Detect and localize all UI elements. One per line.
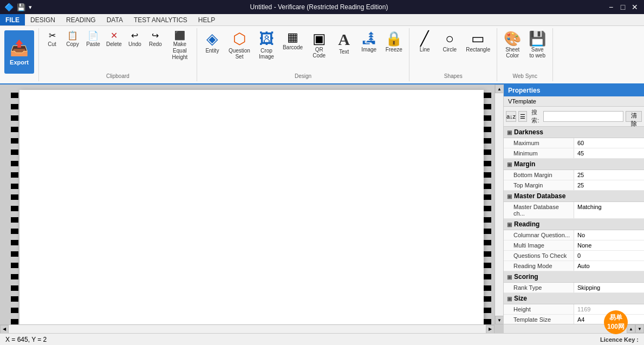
make-equal-height-button[interactable]: ⬛ Make Equal Height bbox=[166, 29, 193, 62]
equal-height-icon: ⬛ bbox=[174, 30, 185, 41]
props-scroll-down[interactable]: ▼ bbox=[635, 324, 644, 333]
sort-az-button[interactable]: a↓z bbox=[506, 111, 516, 122]
prop-value-minimum[interactable]: 45 bbox=[574, 148, 644, 158]
search-input[interactable] bbox=[543, 111, 623, 122]
redo-button[interactable]: ↪ Redo bbox=[146, 29, 165, 48]
menu-reading[interactable]: READING bbox=[61, 14, 101, 25]
qr-code-button[interactable]: ▣ QRCode bbox=[307, 29, 331, 61]
reg-mark bbox=[11, 115, 18, 121]
menu-data[interactable]: DATA bbox=[101, 14, 128, 25]
cut-icon: ✂ bbox=[49, 30, 56, 41]
scroll-right-arrow[interactable]: ▶ bbox=[486, 325, 495, 334]
prop-row-rank-type: Rank Type Skipping bbox=[504, 283, 644, 293]
prop-name-minimum: Minimum bbox=[504, 148, 574, 158]
scroll-track-v[interactable] bbox=[495, 93, 503, 316]
circle-button[interactable]: ○ Circle bbox=[438, 29, 461, 55]
rectangle-button[interactable]: ▭ Rectangle bbox=[463, 29, 493, 55]
text-button[interactable]: A Text bbox=[332, 29, 356, 57]
licence-key-label: Licence Key : bbox=[600, 336, 639, 343]
undo-button[interactable]: ↩ Undo bbox=[125, 29, 145, 48]
prop-row-bottom-margin: Bottom Margin 25 bbox=[504, 170, 644, 180]
paste-button[interactable]: 📄 Paste bbox=[83, 29, 103, 48]
question-set-button[interactable]: ⬡ QuestionSet bbox=[225, 29, 253, 62]
menu-file[interactable]: FILE bbox=[0, 14, 25, 25]
prop-value-template-size[interactable]: A4 bbox=[574, 315, 644, 324]
prop-value-reading-mode[interactable]: Auto bbox=[574, 261, 644, 271]
crop-image-button[interactable]: 🖼 CropImage bbox=[255, 29, 278, 62]
menu-design[interactable]: DESIGN bbox=[25, 14, 61, 25]
section-margin-label: Margin bbox=[514, 160, 535, 168]
clipboard-label: Clipboard bbox=[106, 73, 129, 80]
copy-icon: 📋 bbox=[67, 30, 78, 41]
window-controls: − □ ✕ bbox=[606, 2, 640, 12]
reg-mark bbox=[11, 240, 18, 245]
menu-test-analytics[interactable]: TEST ANALYTICS bbox=[128, 14, 193, 25]
section-darkness[interactable]: ▣ Darkness bbox=[504, 127, 644, 138]
section-master-database[interactable]: ▣ Master Database bbox=[504, 191, 644, 202]
menu-help[interactable]: HELP bbox=[193, 14, 220, 25]
prop-value-top-margin[interactable]: 25 bbox=[574, 180, 644, 190]
prop-row-maximum: Maximum 60 bbox=[504, 138, 644, 148]
delete-button[interactable]: ✕ Delete bbox=[104, 29, 124, 48]
props-scroll-up[interactable]: ▲ bbox=[627, 324, 635, 333]
image-button[interactable]: 🏞 Image bbox=[357, 29, 381, 55]
prop-value-master-db-check[interactable]: Matching bbox=[574, 202, 644, 218]
save-to-web-button[interactable]: 💾 Saveto web bbox=[525, 29, 549, 61]
quick-save[interactable]: 💾 bbox=[17, 3, 25, 11]
horizontal-scrollbar[interactable]: ◀ ▶ bbox=[0, 324, 495, 333]
prop-name-questions-check: Questions To Check bbox=[504, 251, 574, 261]
export-button[interactable]: 📤 Export bbox=[4, 30, 34, 74]
section-size[interactable]: ▣ Size bbox=[504, 293, 644, 304]
clear-search-button[interactable]: 清除 bbox=[626, 111, 642, 122]
reg-mark bbox=[11, 194, 18, 200]
vertical-scrollbar[interactable]: ▲ ▼ bbox=[495, 84, 503, 324]
prop-name-maximum: Maximum bbox=[504, 138, 574, 148]
web-sync-label: Web Sync bbox=[513, 73, 537, 80]
circle-icon: ○ bbox=[445, 31, 454, 45]
prop-value-multi-image[interactable]: None bbox=[574, 240, 644, 250]
window-title: Untitled - Verificare (Restricted Readin… bbox=[32, 3, 606, 11]
prop-value-maximum[interactable]: 60 bbox=[574, 138, 644, 148]
qr-code-icon: ▣ bbox=[313, 31, 326, 45]
copy-button[interactable]: 📋 Copy bbox=[63, 29, 82, 48]
section-size-label: Size bbox=[514, 295, 527, 302]
app-icon: 🔷 bbox=[4, 3, 14, 11]
reg-mark bbox=[484, 240, 491, 245]
reg-mark bbox=[484, 285, 491, 291]
prop-value-height[interactable]: 1169 bbox=[574, 304, 644, 314]
section-reading[interactable]: ▣ Reading bbox=[504, 219, 644, 230]
prop-value-bottom-margin[interactable]: 25 bbox=[574, 170, 644, 180]
section-margin[interactable]: ▣ Margin bbox=[504, 159, 644, 170]
reg-mark bbox=[484, 296, 491, 302]
scroll-left-arrow[interactable]: ◀ bbox=[0, 325, 9, 334]
reg-mark bbox=[484, 115, 491, 121]
scroll-track-h[interactable] bbox=[9, 325, 486, 333]
barcode-button[interactable]: ▦ Barcode bbox=[279, 29, 306, 53]
web-sync-content: 🎨 SheetColor 💾 Saveto web bbox=[500, 29, 549, 73]
reg-mark bbox=[484, 206, 491, 211]
prop-value-columnar[interactable]: No bbox=[574, 230, 644, 240]
minimize-button[interactable]: − bbox=[606, 2, 616, 12]
sort-cat-button[interactable]: ☰ bbox=[518, 111, 527, 122]
entity-button[interactable]: ◈ Entity bbox=[200, 29, 224, 56]
prop-row-reading-mode: Reading Mode Auto bbox=[504, 261, 644, 271]
prop-name-top-margin: Top Margin bbox=[504, 180, 574, 190]
section-darkness-label: Darkness bbox=[514, 128, 543, 136]
collapse-scoring-icon: ▣ bbox=[507, 274, 512, 280]
prop-row-top-margin: Top Margin 25 bbox=[504, 180, 644, 191]
sheet-color-button[interactable]: 🎨 SheetColor bbox=[500, 29, 524, 61]
scroll-up-arrow[interactable]: ▲ bbox=[495, 84, 503, 93]
prop-value-rank-type[interactable]: Skipping bbox=[574, 283, 644, 292]
cut-button[interactable]: ✂ Cut bbox=[42, 29, 62, 48]
line-button[interactable]: ╱ Line bbox=[413, 29, 437, 55]
ribbon-group-web-sync: 🎨 SheetColor 💾 Saveto web Web Sync bbox=[497, 28, 553, 81]
canvas-area[interactable]: ▲ ▼ ◀ ▶ bbox=[0, 84, 503, 333]
section-scoring[interactable]: ▣ Scoring bbox=[504, 271, 644, 283]
maximize-button[interactable]: □ bbox=[618, 2, 628, 12]
prop-value-questions-check[interactable]: 0 bbox=[574, 251, 644, 261]
freeze-button[interactable]: 🔒 Freeze bbox=[382, 29, 406, 55]
scroll-down-arrow[interactable]: ▼ bbox=[495, 316, 503, 324]
reg-mark bbox=[11, 184, 18, 189]
close-button[interactable]: ✕ bbox=[630, 2, 640, 12]
reg-mark bbox=[11, 172, 18, 178]
